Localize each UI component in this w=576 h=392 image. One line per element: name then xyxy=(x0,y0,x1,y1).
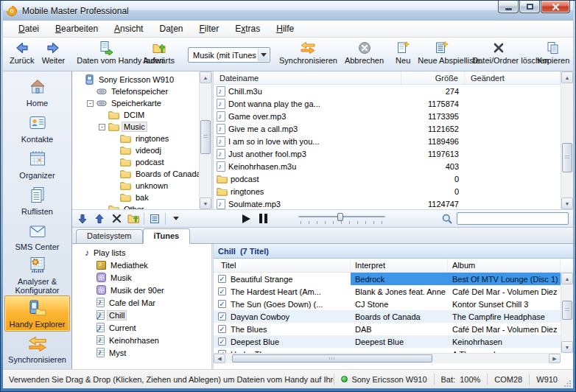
menu-item-extras[interactable]: Extras xyxy=(227,21,268,36)
scroll-down-icon[interactable]: ▼ xyxy=(561,197,573,209)
cancel-button[interactable]: Abbrechen xyxy=(341,39,387,66)
search-input[interactable] xyxy=(457,212,569,225)
itunes-tree-item[interactable]: ♪Play lists xyxy=(74,246,211,259)
folder-up-icon[interactable] xyxy=(127,212,140,225)
move-up-icon[interactable] xyxy=(93,212,106,225)
collapse-icon[interactable]: - xyxy=(87,100,94,107)
device-tree-item[interactable]: ringtones xyxy=(74,133,199,144)
menu-item-hilfe[interactable]: Hilfe xyxy=(268,21,302,36)
itunes-tree-item[interactable]: ♪Keinohrhasen xyxy=(74,334,211,346)
itunes-tree-item[interactable]: ♪Mediathek xyxy=(74,259,211,271)
menu-item-filter[interactable]: Filter xyxy=(192,21,228,36)
playlist-row[interactable]: ✓The Hardest Heart (Am...Blank & Jones f… xyxy=(214,285,561,298)
sidebar-item-organizer[interactable]: Organizer xyxy=(4,147,70,183)
scroll-left-icon[interactable]: ◀ xyxy=(214,354,225,363)
menu-item-ansicht[interactable]: Ansicht xyxy=(106,21,151,36)
checkbox-checked-icon[interactable]: ✓ xyxy=(218,312,226,321)
file-row[interactable]: ♪Give me a call.mp31121652 xyxy=(214,122,561,135)
itunes-tree-item[interactable]: ♪Cafe del Mar xyxy=(74,296,211,309)
file-row[interactable]: podcast0 xyxy=(214,172,561,185)
copy-button[interactable]: Kopieren xyxy=(533,39,573,66)
synchronize-button[interactable]: Synchronisieren xyxy=(275,39,341,66)
device-tree-item[interactable]: -Speicherkarte xyxy=(74,97,199,109)
tab-dateisystem[interactable]: Dateisystem xyxy=(76,229,143,243)
file-row[interactable]: ♪Game over.mp31173395 xyxy=(214,110,561,122)
file-row[interactable]: ♪I am so in love with you...1189496 xyxy=(214,135,561,147)
file-list-scrollbar[interactable]: ▲ ▼ xyxy=(561,71,573,209)
playlist-scrollbar[interactable]: ▲ ▼ xyxy=(561,273,573,353)
file-row[interactable]: ♪Keinohrhasen.m3u403 xyxy=(214,160,561,172)
itunes-tree-item[interactable]: ♪✓Current xyxy=(74,321,211,334)
back-button[interactable]: Zurück xyxy=(6,39,38,66)
playlist-row[interactable]: ✓Deepest BlueDeepest BlueKeinohrhasen xyxy=(214,335,561,348)
scroll-up-icon[interactable]: ▲ xyxy=(561,273,573,284)
sidebar-item-home[interactable]: Home xyxy=(4,74,70,111)
resize-grip[interactable] xyxy=(564,370,573,388)
delete-x-icon[interactable] xyxy=(110,212,123,225)
device-tree-item[interactable]: unknown xyxy=(74,180,199,192)
sidebar-item-kontakte[interactable]: Kontakte xyxy=(4,111,70,147)
device-tree-item[interactable]: Boards of Canada xyxy=(74,168,199,180)
device-tree-item[interactable]: DCIM xyxy=(74,109,199,121)
move-down-icon[interactable] xyxy=(76,212,89,225)
chevron-down-icon[interactable] xyxy=(258,49,269,61)
column-header-interpret[interactable]: Interpret xyxy=(351,259,448,272)
dropdown-arrow-icon[interactable] xyxy=(169,212,183,225)
checkbox-checked-icon[interactable]: ✓ xyxy=(218,325,226,333)
device-tree-item[interactable]: Sony Ericsson W910 xyxy=(74,74,199,85)
delete-button[interactable]: Datei/Ordner löschen xyxy=(468,39,529,66)
scroll-down-icon[interactable]: ▼ xyxy=(200,197,211,209)
sidebar-item-sms-center[interactable]: SMS Center xyxy=(4,219,70,255)
column-header-groesse[interactable]: Größe xyxy=(401,71,465,84)
menu-item-datei[interactable]: Datei xyxy=(10,21,47,36)
device-tree-item[interactable]: Telefonspeicher xyxy=(74,85,199,97)
minimize-button[interactable] xyxy=(498,1,519,13)
collapse-icon[interactable]: - xyxy=(99,124,105,130)
device-tree-item[interactable]: podcast xyxy=(74,156,199,168)
device-tree-scrollbar[interactable]: ▲ ▼ xyxy=(199,71,211,209)
device-tree-item[interactable]: videodj xyxy=(74,144,199,156)
column-header-dateiname[interactable]: Dateiname xyxy=(214,71,401,84)
playlist-row[interactable]: ✓Beautiful StrangeBedrockBest Of MTV Lou… xyxy=(214,273,561,285)
column-header-titel[interactable]: Titel xyxy=(214,259,351,272)
checkbox-checked-icon[interactable]: ✓ xyxy=(218,337,226,346)
file-row[interactable]: ♪Chill.m3u274 xyxy=(214,85,561,97)
file-row[interactable]: ♪Just another fool.mp31197613 xyxy=(214,147,561,160)
device-tree-item[interactable]: Other xyxy=(74,203,199,209)
column-header-album[interactable]: Album xyxy=(448,259,561,272)
checkbox-checked-icon[interactable]: ✓ xyxy=(218,300,226,308)
tab-itunes[interactable]: iTunes xyxy=(143,228,191,244)
column-header-geaendert[interactable]: Geändert xyxy=(465,71,561,84)
new-button[interactable]: Neu xyxy=(392,39,414,66)
close-button[interactable] xyxy=(541,1,570,13)
playlist-row[interactable]: ✓The Sun (Goes Down) (...CJ StoneKontor … xyxy=(214,298,561,310)
scroll-down-icon[interactable]: ▼ xyxy=(561,341,573,353)
device-tree-item[interactable]: -Music xyxy=(74,121,199,133)
sidebar-item-ruflisten[interactable]: Ruflisten xyxy=(4,183,70,219)
playlist-view-icon[interactable] xyxy=(148,212,161,225)
menu-item-bearbeiten[interactable]: Bearbeiten xyxy=(47,21,106,36)
sidebar-item-synchronisieren[interactable]: Synchronisieren xyxy=(4,332,70,368)
sidebar-item-handy-explorer[interactable]: Handy Explorer xyxy=(4,295,70,332)
up-folder-button[interactable]: Aufwärts xyxy=(139,39,178,66)
load-from-phone-button[interactable]: Daten vom Handy laden xyxy=(73,39,139,66)
volume-slider[interactable] xyxy=(298,213,385,224)
view-mode-select[interactable]: Musik (mit iTunes xyxy=(188,47,270,63)
sidebar-item-analyser-konfigurator[interactable]: Analyser & Konfigurator xyxy=(4,255,70,295)
file-row[interactable]: ♪Dont wanna play the ga...1175874 xyxy=(214,97,561,110)
file-row[interactable]: ringtones0 xyxy=(214,185,561,197)
new-playlist-button[interactable]: Neue Abspielliste xyxy=(414,39,468,66)
menu-item-daten[interactable]: Daten xyxy=(151,21,191,36)
scrollbar-thumb[interactable] xyxy=(232,354,432,363)
scrollbar-thumb[interactable] xyxy=(562,301,572,320)
checkbox-checked-icon[interactable]: ✓ xyxy=(218,275,226,283)
forward-button[interactable]: Weiter xyxy=(38,39,69,66)
scrollbar-thumb[interactable] xyxy=(562,143,572,172)
itunes-tree-item[interactable]: ♪✓Chill xyxy=(74,309,211,321)
slider-thumb[interactable] xyxy=(337,213,343,221)
playlist-row[interactable]: ✓Dayvan CowboyBoards of CanadaThe Campfi… xyxy=(214,310,561,323)
itunes-tree-item[interactable]: Musik xyxy=(74,271,211,284)
scroll-up-icon[interactable]: ▲ xyxy=(561,71,573,83)
scroll-right-icon[interactable]: ▶ xyxy=(549,354,561,363)
device-tree-item[interactable]: bak xyxy=(74,192,199,203)
